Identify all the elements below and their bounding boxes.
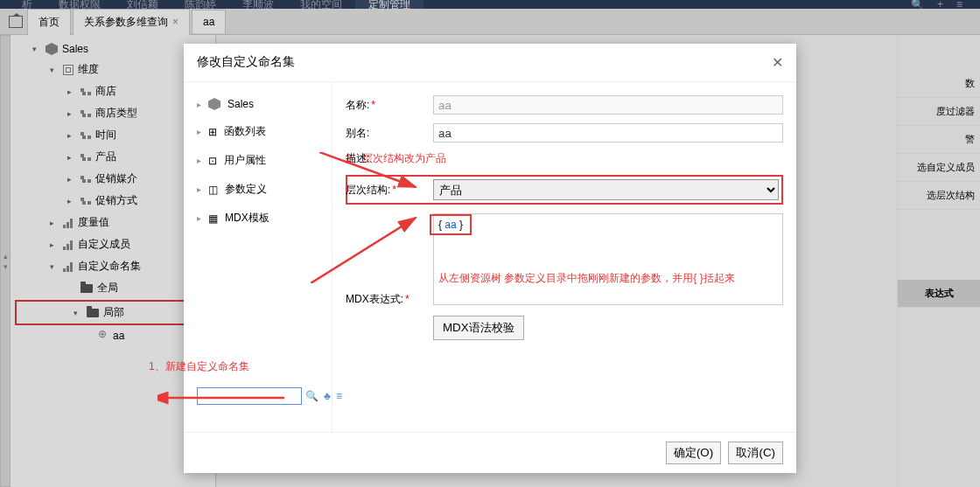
dl-param-def[interactable]: ▸◫参数定义: [184, 175, 332, 204]
desc-label: 描述:: [346, 151, 433, 166]
modal-overlay: 修改自定义命名集 ✕ ▸Sales ▸⊞函数列表 ▸⊡用户属性 ▸◫参数定义 ▸…: [0, 0, 980, 487]
annotation-3: 从左侧资源树 参数定义目录中拖刚刚新建的参数，并用{ }括起来: [438, 271, 778, 286]
annotation-1: 1、新建自定义命名集: [149, 359, 297, 374]
search-icon[interactable]: 🔍: [305, 390, 318, 402]
mdx-label: MDX表达式:*: [346, 292, 433, 307]
hierarchy-select[interactable]: 产品: [433, 179, 779, 200]
mdx-check-button[interactable]: MDX语法校验: [433, 316, 524, 340]
cancel-button[interactable]: 取消(C): [728, 442, 783, 464]
param-token[interactable]: aa: [444, 219, 456, 231]
hier-label: 层次结构:*: [346, 183, 433, 198]
dialog-title: 修改自定义命名集: [197, 54, 295, 71]
dialog-left-tree: ▸Sales ▸⊞函数列表 ▸⊡用户属性 ▸◫参数定义 ▸▦MDX模板 1、新建…: [184, 82, 332, 432]
search-input[interactable]: [197, 387, 302, 405]
alias-label: 别名:: [346, 126, 433, 141]
tree-icon[interactable]: ♣: [324, 390, 331, 402]
token-box: { aa }: [430, 214, 472, 235]
cube-icon: [208, 98, 220, 110]
user-icon: ⊡: [208, 155, 217, 167]
alias-input[interactable]: [433, 123, 783, 143]
dl-sales[interactable]: ▸Sales: [184, 91, 332, 117]
template-icon: ▦: [208, 212, 218, 225]
dialog-form: 名称:* 别名: 2、层次结构改为产品 描述: 层次结构:* 产品: [332, 82, 796, 432]
mdx-expression-area[interactable]: { aa } 从左侧资源树 参数定义目录中拖刚刚新建的参数，并用{ }括起来: [433, 213, 783, 305]
dialog-edit-named-set: 修改自定义命名集 ✕ ▸Sales ▸⊞函数列表 ▸⊡用户属性 ▸◫参数定义 ▸…: [184, 44, 796, 473]
dl-mdx-tpl[interactable]: ▸▦MDX模板: [184, 204, 332, 233]
ok-button[interactable]: 确定(O): [666, 442, 721, 464]
name-label: 名称:*: [346, 98, 433, 113]
param-icon: ◫: [208, 184, 218, 196]
name-input[interactable]: [433, 95, 783, 115]
close-icon[interactable]: ✕: [772, 54, 783, 71]
function-icon: ⊞: [208, 126, 217, 138]
dl-func-list[interactable]: ▸⊞函数列表: [184, 117, 332, 146]
dl-user-attr[interactable]: ▸⊡用户属性: [184, 146, 332, 175]
